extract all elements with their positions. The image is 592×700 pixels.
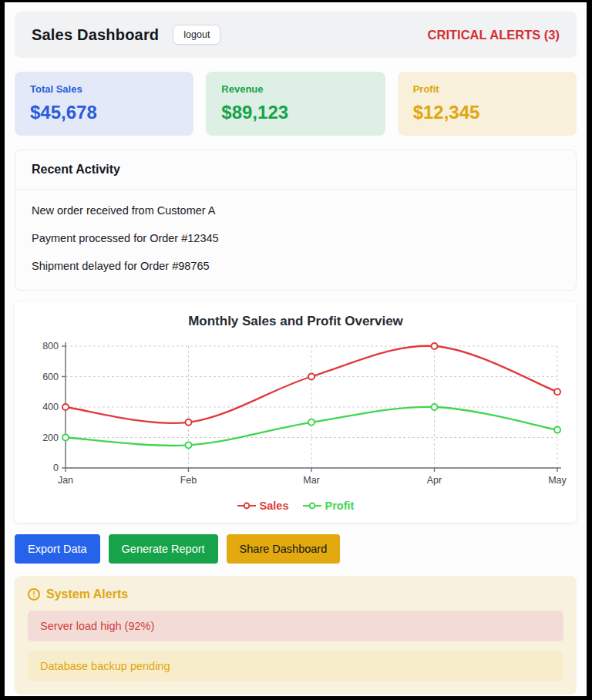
- logout-button[interactable]: logout: [173, 25, 220, 45]
- critical-alerts-badge[interactable]: CRITICAL ALERTS (3): [428, 28, 560, 42]
- stat-value: $12,345: [413, 102, 561, 123]
- legend-label: Sales: [260, 500, 289, 512]
- stat-value: $45,678: [30, 102, 178, 123]
- svg-text:Jan: Jan: [58, 475, 73, 486]
- page-title: Sales Dashboard: [32, 26, 159, 44]
- legend-marker-icon: [237, 502, 256, 510]
- stat-card-revenue: Revenue $89,123: [206, 72, 385, 136]
- stat-card-total-sales: Total Sales $45,678: [15, 72, 193, 136]
- stat-label: Revenue: [221, 83, 369, 95]
- sales-profit-chart-card: Monthly Sales and Profit Overview 020040…: [15, 301, 577, 523]
- header-bar: Sales Dashboard logout CRITICAL ALERTS (…: [15, 12, 577, 58]
- svg-text:400: 400: [42, 402, 59, 412]
- alert-item-db-backup[interactable]: Database backup pending: [28, 651, 563, 681]
- stat-label: Total Sales: [30, 83, 178, 95]
- system-alerts-header: ! System Alerts: [28, 587, 563, 601]
- legend-item-sales[interactable]: Sales: [237, 500, 289, 512]
- legend-marker-icon: [303, 502, 321, 510]
- svg-text:May: May: [548, 475, 567, 486]
- stat-cards-row: Total Sales $45,678 Revenue $89,123 Prof…: [15, 72, 577, 136]
- svg-text:Apr: Apr: [427, 475, 442, 486]
- share-dashboard-button[interactable]: Share Dashboard: [227, 534, 341, 564]
- legend-item-profit[interactable]: Profit: [303, 500, 355, 512]
- system-alerts-title: System Alerts: [46, 587, 128, 601]
- export-data-button[interactable]: Export Data: [15, 534, 100, 564]
- svg-text:Feb: Feb: [180, 475, 197, 486]
- dashboard-page: Sales Dashboard logout CRITICAL ALERTS (…: [5, 2, 587, 696]
- recent-activity-card: Recent Activity New order received from …: [15, 150, 577, 291]
- chart-title: Monthly Sales and Profit Overview: [25, 311, 566, 335]
- stat-value: $89,123: [221, 102, 369, 123]
- warning-circle-icon: !: [28, 588, 40, 601]
- legend-label: Profit: [325, 500, 355, 512]
- line-chart: 0200400600800JanFebMarAprMay: [25, 335, 576, 493]
- alert-item-server-load[interactable]: Server load high (92%): [28, 611, 563, 641]
- svg-text:0: 0: [53, 463, 59, 473]
- action-buttons-row: Export Data Generate Report Share Dashbo…: [15, 534, 577, 564]
- generate-report-button[interactable]: Generate Report: [109, 534, 218, 564]
- svg-text:200: 200: [42, 432, 59, 443]
- svg-text:600: 600: [42, 372, 59, 382]
- list-item: Payment processed for Order #12345: [15, 224, 576, 252]
- chart-legend: SalesProfit: [25, 496, 566, 518]
- system-alerts-panel: ! System Alerts Server load high (92%) D…: [15, 576, 577, 695]
- recent-activity-list: New order received from Customer A Payme…: [15, 190, 576, 290]
- recent-activity-title: Recent Activity: [15, 150, 576, 190]
- stat-label: Profit: [413, 83, 561, 95]
- stat-card-profit: Profit $12,345: [398, 72, 577, 136]
- list-item: Shipment delayed for Order #98765: [15, 252, 576, 280]
- svg-text:800: 800: [42, 341, 59, 352]
- svg-text:Mar: Mar: [303, 475, 320, 486]
- list-item: New order received from Customer A: [15, 197, 576, 224]
